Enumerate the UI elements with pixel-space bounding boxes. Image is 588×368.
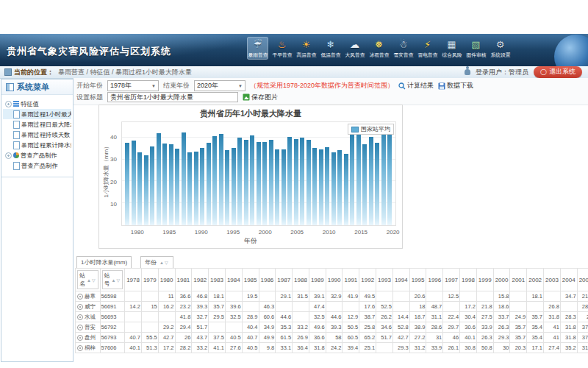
logout-button[interactable]: ◯ 退出系统 [534, 66, 582, 78]
end-year-select[interactable]: 2020年 ▼ [194, 80, 245, 91]
sidebar-item[interactable]: 暴雨过程累计降水量 [3, 140, 71, 150]
topnav-item[interactable]: ⚙ 系统设置 [490, 37, 511, 60]
expand-toggle-icon[interactable] [5, 101, 12, 107]
radio-button[interactable] [77, 294, 83, 300]
table-row[interactable]: 赫章565981136.646.818.119.529.131.539.132.… [76, 291, 588, 302]
radio-button[interactable] [77, 345, 83, 351]
year-column-header: 1984 [225, 269, 242, 291]
radio-button[interactable] [77, 335, 83, 341]
bar [306, 140, 311, 225]
topnav-item[interactable]: ▦ 综合风险 [441, 37, 462, 60]
value-cell: 23.2 [175, 302, 192, 312]
value-cell: 17.1 [527, 343, 544, 353]
topnav-item[interactable]: ☔ 暴雨普查 [247, 37, 268, 60]
year-column-header: 1978 [125, 269, 142, 291]
sidebar-item[interactable]: 普查产品制作 [3, 160, 71, 171]
table-row[interactable]: 水城5669341.832.729.532.528.960.644.632.54… [76, 312, 588, 322]
data-download-button[interactable]: 数据下载 [438, 81, 473, 91]
table-row[interactable]: 盘州5679340.755.542.72643.737.540.540.749.… [76, 333, 588, 343]
radio-button[interactable] [77, 314, 83, 320]
sidebar-item[interactable]: 暴雨过程持续天数 [3, 130, 71, 140]
table-row[interactable]: 桐梓5760640.151.317.228.233.241.127.640.59… [76, 343, 588, 353]
value-cell: 31.5 [293, 291, 309, 302]
bar [200, 148, 204, 225]
value-cell: 26.1 [443, 343, 460, 353]
year-column-header: 1993 [376, 269, 393, 291]
value-cell: 9.8 [259, 343, 276, 353]
topnav-item[interactable]: ▧ 图件审核 [465, 37, 487, 60]
value-cell: 33.9 [426, 343, 443, 353]
document-icon [13, 121, 20, 129]
start-year-value: 1978年 [110, 81, 132, 91]
bar [282, 149, 286, 225]
value-cell [259, 291, 276, 302]
bar [319, 149, 323, 225]
login-box: 登录用户：管理员 ◯ 退出系统 [465, 66, 588, 78]
bar [344, 154, 348, 225]
value-cell: 31.8 [544, 312, 561, 322]
radio-button[interactable] [77, 304, 83, 310]
nav-label: 系统设置 [490, 52, 510, 58]
value-cell: 26.8 [544, 302, 561, 312]
bar [269, 140, 273, 225]
station-name-header[interactable]: 站名▲▽ [76, 269, 101, 291]
topnav-item[interactable]: ❄ 低温普查 [320, 37, 341, 60]
value-cell: 28.8 [577, 302, 588, 312]
sidebar-item[interactable]: 特征值 [3, 99, 71, 109]
station-id-header[interactable]: 站号▲▽ [100, 269, 125, 291]
value-cell: 33.1 [276, 343, 293, 353]
value-cell: 29.3 [493, 333, 510, 343]
legend-swatch [351, 127, 359, 132]
topnav-item[interactable]: ⚡ 雷电普查 [417, 37, 438, 60]
topnav-item[interactable]: ☁ 大风普查 [344, 37, 365, 60]
value-cell: 49.5 [359, 291, 376, 302]
sidebar-item[interactable]: 暴雨过程日最大降水量 [3, 119, 71, 130]
chart-title-input[interactable] [107, 92, 238, 102]
main-content: 开始年份 1978年 ▼ 结束年份 2020年 ▼ （规范采用1978-2020… [74, 78, 588, 368]
value-cell: 17.2 [158, 343, 175, 353]
radio-button[interactable] [77, 325, 83, 330]
topnav-item[interactable]: ❅ 冰雹普查 [368, 37, 390, 60]
value-cell: 16.2 [158, 302, 175, 312]
value-cell: 35.2 [560, 343, 577, 353]
sort-arrows-icon[interactable]: ▲▽ [87, 277, 96, 283]
bar [294, 139, 298, 225]
value-cell: 25.8 [359, 322, 376, 333]
year-column-header: 1980 [158, 269, 175, 291]
hail-icon: ❅ [375, 38, 383, 51]
start-year-select[interactable]: 1978年 ▼ [107, 80, 159, 91]
value-cell: 41.1 [209, 343, 226, 353]
sidebar-item-label: 普查产品制作 [21, 151, 57, 160]
year-column-header: 1997 [443, 269, 460, 291]
end-year-value: 2020年 [197, 81, 218, 91]
bar [362, 144, 367, 225]
bar [169, 144, 173, 225]
sidebar-item[interactable]: 普查产品制作 [3, 150, 71, 160]
save-image-button[interactable]: 保存图片 [243, 93, 278, 102]
value-cell [527, 302, 544, 312]
value-cell: 49.6 [309, 322, 326, 333]
topnav-item[interactable]: ☃ 雪灾普查 [392, 37, 414, 60]
calc-result-button[interactable]: 计算结果 [398, 81, 434, 91]
topnav-item[interactable]: ☀ 高温普查 [295, 37, 317, 60]
app-header: 贵州省气象灾害风险评估与区划系统 ☔ 暴雨普查 ♨ 干旱普查 ☀ 高温普查 [0, 34, 588, 66]
year-sort-chip[interactable]: 年份 ▲▽ [140, 256, 173, 269]
pivot-chips: 1小时降水量(mm) 年份 ▲▽ [76, 256, 173, 269]
value-cell: 18.6 [493, 302, 510, 312]
table-row[interactable]: 威宁5669114.21516.223.239.335.739.646.347.… [76, 302, 588, 312]
value-cell: 40.1 [125, 343, 142, 353]
x-tick-label: 2020 [387, 229, 400, 236]
value-cell [376, 343, 393, 353]
expand-toggle-icon[interactable] [5, 152, 12, 159]
sort-arrows-icon[interactable]: ▲▽ [112, 277, 121, 283]
topnav-item[interactable]: ♨ 干旱普查 [271, 37, 293, 60]
value-cell: 31.2 [409, 343, 426, 353]
measure-chip[interactable]: 1小时降水量(mm) [76, 256, 132, 269]
value-cell [141, 312, 158, 322]
set-title-label: 设置标题 [76, 93, 103, 102]
year-column-header: 1998 [460, 269, 477, 291]
sidebar-item[interactable]: 暴雨过程1小时最大降水量 [3, 109, 71, 119]
table-row[interactable]: 普安5679229.229.451.740.434.935.333.249.63… [76, 322, 588, 333]
sort-arrows-icon[interactable]: ▲▽ [159, 260, 169, 265]
value-cell: 29 [577, 312, 588, 322]
